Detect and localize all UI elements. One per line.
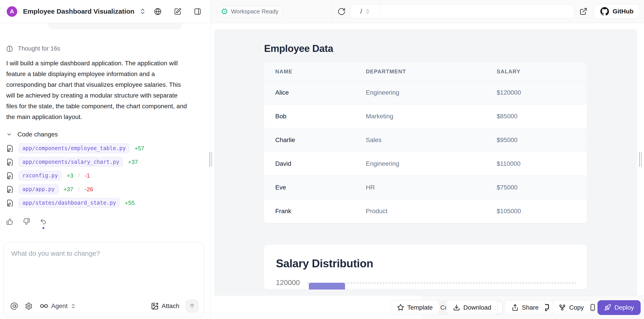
download-button[interactable]: Download [446, 300, 498, 315]
thought-summary[interactable]: Thought for 16s [6, 45, 204, 52]
cell-name: Charlie [275, 136, 366, 144]
diff-added: +3 [67, 172, 73, 179]
share-label: Share [522, 304, 539, 311]
panel-right-icon[interactable] [194, 8, 201, 15]
file-edit-icon [6, 186, 14, 193]
github-icon [600, 7, 609, 16]
y-axis-tick-label: 120000 [276, 278, 307, 287]
avatar-initial: A [10, 8, 14, 15]
app-preview[interactable]: Employee Data NAME DEPARTMENT SALARY Ali… [214, 29, 637, 296]
file-path-chip[interactable]: rxconfig.py [18, 171, 62, 181]
preview-column: Employee Data NAME DEPARTMENT SALARY Ali… [211, 23, 644, 319]
file-edit-icon [6, 158, 14, 166]
chat-scroll-area[interactable]: Thought for 16s I will build a simple da… [0, 23, 210, 242]
deploy-button[interactable]: Deploy [598, 300, 641, 315]
template-label: Template [408, 304, 433, 311]
cell-salary: $110000 [497, 160, 587, 167]
brain-icon [6, 46, 13, 52]
footer-actions: Template Download Share [390, 300, 641, 315]
chart-gridline [307, 282, 577, 283]
workspace-status-badge: Workspace Ready [216, 6, 284, 17]
file-path-chip[interactable]: app/components/salary_chart.py [18, 157, 123, 167]
mention-icon[interactable] [10, 302, 18, 310]
toolbar-divider [332, 0, 332, 23]
retry-icon[interactable] [40, 218, 47, 225]
workspace-status-label: Workspace Ready [231, 8, 278, 15]
chevron-down-icon [6, 132, 12, 137]
github-label: GitHub [613, 8, 634, 15]
deploy-label: Deploy [614, 304, 634, 311]
agent-label: Agent [51, 302, 68, 309]
cell-department: Engineering [366, 160, 497, 167]
file-path-chip[interactable]: app/components/employee_table.py [18, 143, 130, 153]
url-bar: / [350, 5, 574, 18]
preview-toolbar: Workspace Ready / [210, 0, 644, 23]
rocket-icon [604, 304, 611, 311]
cpu-bolt-icon [221, 8, 228, 15]
copy-label: Copy [569, 304, 584, 311]
cell-name: Alice [275, 89, 366, 96]
agent-mode-selector[interactable]: Agent [40, 302, 76, 310]
chat-header: A Employee Dashboard Visualization [0, 0, 210, 23]
chart-title: Salary Distribution [276, 257, 577, 270]
previous-message-stub [48, 23, 182, 29]
github-button[interactable]: GitHub [594, 4, 640, 19]
template-button[interactable]: Template [390, 300, 440, 315]
composer[interactable]: What do you want to change? Agent [3, 242, 204, 317]
thumbs-up-icon[interactable] [6, 218, 13, 225]
globe-icon[interactable] [154, 8, 162, 15]
download-icon [453, 304, 460, 311]
top-bar: A Employee Dashboard Visualization [0, 0, 644, 23]
diff-added: +55 [125, 200, 134, 206]
reload-icon[interactable] [338, 8, 346, 16]
copy-button[interactable]: Copy [552, 300, 590, 315]
chevrons-up-down-icon[interactable] [139, 8, 146, 15]
cell-name: Bob [275, 113, 366, 120]
chat-panel: Thought for 16s I will build a simple da… [0, 23, 210, 319]
file-path-chip[interactable]: app/states/dashboard_state.py [18, 198, 120, 208]
code-change-row: app/components/salary_chart.py +37 [6, 157, 204, 167]
file-edit-icon [6, 145, 14, 152]
code-change-row: rxconfig.py +3 / -1 [6, 171, 204, 181]
send-button[interactable] [186, 299, 198, 312]
panel-resize-handle-left[interactable] [209, 152, 212, 167]
diff-added: +37 [64, 186, 73, 193]
thumbs-down-icon[interactable] [23, 218, 30, 225]
cell-salary: $95000 [497, 136, 587, 144]
download-label: Download [463, 304, 491, 311]
diff-removed: -26 [85, 186, 93, 193]
cell-salary: $85000 [497, 113, 587, 120]
code-changes-toggle[interactable]: Code changes [6, 131, 204, 138]
composer-placeholder[interactable]: What do you want to change? [4, 242, 204, 257]
panel-resize-handle-right[interactable] [639, 152, 642, 167]
bottom-toolbar: Code Preview [421, 296, 644, 319]
table-row: David Engineering $110000 [264, 152, 587, 176]
feedback-row [6, 218, 204, 225]
cell-name: Frank [275, 208, 366, 215]
share-icon [512, 304, 518, 311]
diff-added: +37 [128, 159, 138, 166]
git-fork-icon [559, 304, 566, 311]
app-root: A Employee Dashboard Visualization [0, 0, 644, 319]
cell-salary: $75000 [497, 184, 587, 191]
file-edit-icon [6, 199, 14, 207]
diff-removed: -1 [85, 172, 90, 179]
settings-icon[interactable] [25, 302, 33, 310]
file-path-chip[interactable]: app/app.py [18, 184, 58, 194]
project-title: Employee Dashboard Visualization [23, 8, 134, 15]
avatar[interactable]: A [7, 6, 17, 17]
thought-label: Thought for 16s [18, 45, 60, 52]
url-path: / [360, 8, 362, 15]
cell-department: Sales [366, 136, 497, 144]
url-path-selector[interactable]: / [351, 5, 380, 18]
code-change-row: app/components/employee_table.py +57 [6, 143, 204, 153]
attach-button[interactable]: Attach [151, 302, 179, 310]
code-change-row: app/app.py +37 / -26 [6, 184, 204, 194]
code-change-row: app/states/dashboard_state.py +55 [6, 198, 204, 208]
attach-label: Attach [162, 302, 179, 309]
table-row: Charlie Sales $95000 [264, 128, 587, 152]
url-input[interactable] [380, 5, 574, 18]
external-link-icon[interactable] [580, 8, 588, 16]
edit-icon[interactable] [174, 8, 181, 15]
share-button[interactable]: Share [505, 300, 546, 315]
